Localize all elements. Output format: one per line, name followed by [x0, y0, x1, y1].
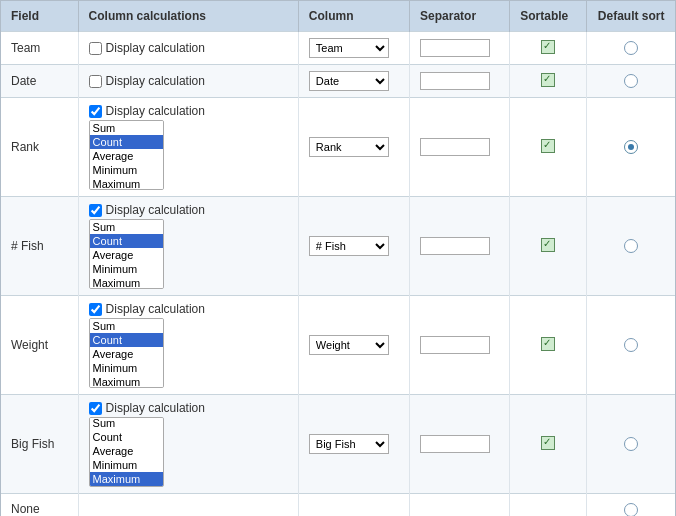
calc-cell: Display calculation — [78, 65, 298, 98]
sortable-cell — [510, 98, 587, 197]
calc-cell: Display calculationSumCountAverageMinimu… — [78, 197, 298, 296]
header-separator: Separator — [410, 1, 510, 32]
field-cell: Rank — [1, 98, 78, 197]
separator-cell — [410, 197, 510, 296]
display-calc-checkbox[interactable] — [89, 42, 102, 55]
default-sort-radio-empty[interactable] — [624, 239, 638, 253]
sortable-checked-icon — [541, 238, 555, 252]
sortable-cell — [510, 32, 587, 65]
none-default-sort-cell — [587, 494, 675, 517]
display-calc-label: Display calculation — [106, 41, 205, 55]
default-sort-radio-empty[interactable] — [624, 41, 638, 55]
none-empty-cell — [510, 494, 587, 517]
default-sort-radio-empty[interactable] — [624, 74, 638, 88]
default-sort-cell — [587, 395, 675, 494]
calc-listbox[interactable]: SumCountAverageMinimumMaximum — [89, 318, 164, 388]
field-cell: Team — [1, 32, 78, 65]
none-default-sort-radio[interactable] — [624, 503, 638, 516]
column-cell: TeamDateRank# FishWeightBig Fish — [298, 197, 409, 296]
calc-listbox[interactable]: SumCountAverageMinimumMaximum — [89, 219, 164, 289]
field-cell: # Fish — [1, 197, 78, 296]
column-cell: TeamDateRank# FishWeightBig Fish — [298, 65, 409, 98]
sortable-cell — [510, 395, 587, 494]
separator-cell — [410, 32, 510, 65]
display-calc-label: Display calculation — [106, 203, 205, 217]
header-field: Field — [1, 1, 78, 32]
display-calc-checkbox[interactable] — [89, 105, 102, 118]
column-cell: TeamDateRank# FishWeightBig Fish — [298, 32, 409, 65]
calc-listbox[interactable]: SumCountAverageMinimumMaximum — [89, 120, 164, 190]
column-select[interactable]: TeamDateRank# FishWeightBig Fish — [309, 434, 389, 454]
default-sort-cell — [587, 197, 675, 296]
display-calc-label: Display calculation — [106, 302, 205, 316]
sortable-cell — [510, 296, 587, 395]
separator-input[interactable] — [420, 336, 490, 354]
default-sort-radio-empty[interactable] — [624, 338, 638, 352]
header-column-calculations: Column calculations — [78, 1, 298, 32]
default-sort-cell — [587, 65, 675, 98]
column-select[interactable]: TeamDateRank# FishWeightBig Fish — [309, 71, 389, 91]
default-sort-radio-filled[interactable] — [624, 140, 638, 154]
default-sort-radio-empty[interactable] — [624, 437, 638, 451]
column-cell: TeamDateRank# FishWeightBig Fish — [298, 395, 409, 494]
display-calc-checkbox[interactable] — [89, 204, 102, 217]
separator-cell — [410, 98, 510, 197]
none-field: None — [1, 494, 78, 517]
display-calc-checkbox[interactable] — [89, 402, 102, 415]
none-empty-cell — [298, 494, 409, 517]
column-select[interactable]: TeamDateRank# FishWeightBig Fish — [309, 137, 389, 157]
column-select[interactable]: TeamDateRank# FishWeightBig Fish — [309, 335, 389, 355]
calc-cell: Display calculationSumCountAverageMinimu… — [78, 395, 298, 494]
column-select[interactable]: TeamDateRank# FishWeightBig Fish — [309, 38, 389, 58]
separator-input[interactable] — [420, 237, 490, 255]
header-default-sort: Default sort — [587, 1, 675, 32]
display-calc-label: Display calculation — [106, 401, 205, 415]
separator-cell — [410, 296, 510, 395]
separator-input[interactable] — [420, 72, 490, 90]
sortable-checked-icon — [541, 139, 555, 153]
sortable-checked-icon — [541, 436, 555, 450]
display-calc-label: Display calculation — [106, 74, 205, 88]
sortable-checked-icon — [541, 73, 555, 87]
settings-table: Field Column calculations Column Separat… — [0, 0, 676, 516]
header-column: Column — [298, 1, 409, 32]
separator-cell — [410, 65, 510, 98]
separator-input[interactable] — [420, 138, 490, 156]
column-select[interactable]: TeamDateRank# FishWeightBig Fish — [309, 236, 389, 256]
field-cell: Weight — [1, 296, 78, 395]
separator-input[interactable] — [420, 435, 490, 453]
none-empty-cell — [78, 494, 298, 517]
separator-cell — [410, 395, 510, 494]
sortable-checked-icon — [541, 337, 555, 351]
default-sort-cell — [587, 98, 675, 197]
column-cell: TeamDateRank# FishWeightBig Fish — [298, 98, 409, 197]
column-cell: TeamDateRank# FishWeightBig Fish — [298, 296, 409, 395]
separator-input[interactable] — [420, 39, 490, 57]
sortable-checked-icon — [541, 40, 555, 54]
none-empty-cell — [410, 494, 510, 517]
display-calc-checkbox[interactable] — [89, 303, 102, 316]
sortable-cell — [510, 197, 587, 296]
calc-cell: Display calculationSumCountAverageMinimu… — [78, 296, 298, 395]
calc-cell: Display calculation — [78, 32, 298, 65]
header-sortable: Sortable — [510, 1, 587, 32]
field-cell: Date — [1, 65, 78, 98]
default-sort-cell — [587, 32, 675, 65]
field-cell: Big Fish — [1, 395, 78, 494]
display-calc-checkbox[interactable] — [89, 75, 102, 88]
calc-listbox[interactable]: SumCountAverageMinimumMaximum — [89, 417, 164, 487]
display-calc-label: Display calculation — [106, 104, 205, 118]
calc-cell: Display calculationSumCountAverageMinimu… — [78, 98, 298, 197]
default-sort-cell — [587, 296, 675, 395]
sortable-cell — [510, 65, 587, 98]
